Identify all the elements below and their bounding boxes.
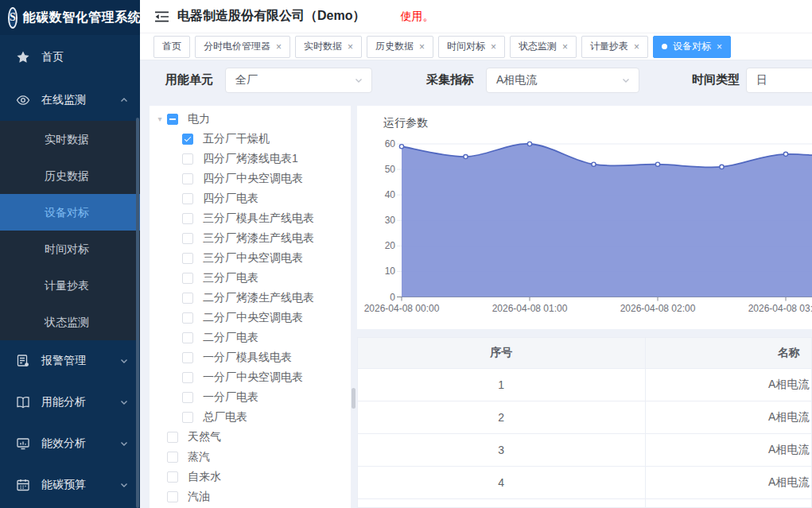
tree-node-label: 天然气 [188,430,221,444]
app-root: S 能碳数智化管理系统 首页在线监测实时数据历史数据设备对标时间对标计量抄表状态… [0,0,812,508]
chevron-down-icon [354,76,363,85]
sidebar-item-label: 首页 [41,50,64,64]
tree-checkbox[interactable] [167,471,178,483]
table-cell: A相电流 [645,434,812,467]
tree-node[interactable]: ▾二分厂电表 [150,328,351,347]
tree-node-label: 蒸汽 [188,450,210,464]
tab-close-icon[interactable]: × [419,42,425,52]
sidebar-item-label: 报警管理 [41,354,86,368]
tab-close-icon[interactable]: × [634,42,639,52]
tab-close-icon[interactable]: × [276,42,282,52]
data-point [720,165,724,169]
sidebar-subitem[interactable]: 实时数据 [0,121,140,157]
chevron-down-icon [119,397,129,407]
content-area: ▾电力▾五分厂干燥机▾四分厂烤漆线电表1▾四分厂中央空调电表▾四分厂电表▾三分厂… [140,99,812,508]
tab-item[interactable]: 状态监测× [510,36,577,58]
tree-node[interactable]: ▾一分厂电表 [150,387,351,407]
sidebar-subitem[interactable]: 历史数据 [0,157,140,194]
sidebar-scrollbar[interactable] [136,118,139,508]
tree-checkbox[interactable] [182,253,193,264]
tree-node[interactable]: ▾三分厂中央空调电表 [150,248,351,268]
tree-checkbox[interactable] [182,233,193,244]
tree-checkbox[interactable] [182,412,193,423]
tab-item[interactable]: 实时数据× [295,36,362,58]
tree-node[interactable]: ▾天然气 [150,427,351,447]
tree-checkbox[interactable] [182,392,193,403]
table-header-row: 序号名称 [358,338,812,369]
tree-checkbox[interactable] [182,213,193,224]
tab-item[interactable]: 时间对标× [438,36,505,58]
tree-node[interactable]: ▾四分厂电表 [150,188,351,208]
sidebar-collapse-icon[interactable] [154,10,169,23]
tree-checkbox[interactable] [182,173,193,184]
tree-node[interactable]: ▾三分厂电表 [150,268,351,288]
tree-checkbox[interactable] [167,491,178,502]
metric-select[interactable]: A相电流 [486,68,639,93]
sidebar-item[interactable]: 首页 [0,35,140,79]
sidebar-subitem[interactable]: 时间对标 [0,231,140,267]
tree-node[interactable]: ▾一分厂中央空调电表 [150,367,351,387]
tree-node[interactable]: ▾自来水 [150,467,351,487]
tree-node[interactable]: ▾三分厂烤漆生产线电表 [150,228,351,248]
tree-checkbox[interactable] [182,193,193,204]
tree-checkbox[interactable] [182,293,193,304]
tree-checkbox[interactable] [167,432,178,443]
sidebar-item[interactable]: 能碳预算 [0,464,140,506]
tree-checkbox[interactable] [182,312,193,324]
tab-close-icon[interactable]: × [491,42,496,52]
tab-active[interactable]: 设备对标× [653,36,731,58]
tab-item[interactable]: 分时电价管理器× [195,36,290,58]
logo-area: S 能碳数智化管理系统 [0,0,140,35]
sidebar-subitem[interactable]: 状态监测 [0,304,140,340]
sidebar-subitem[interactable]: 计量抄表 [0,267,140,304]
sidebar-subitem[interactable]: 设备对标 [0,194,140,231]
sidebar-item[interactable]: 报警管理 [0,340,140,382]
tree-node-label: 电力 [188,112,210,126]
timetype-select[interactable]: 日 [746,68,812,93]
tree-node[interactable]: ▾蒸汽 [150,447,351,467]
tree-checkbox[interactable] [167,452,178,463]
tree-checkbox[interactable] [182,332,193,343]
tree-node[interactable]: ▾电力 [150,109,351,129]
tree-node[interactable]: ▾二分厂中央空调电表 [150,308,351,328]
sidebar-item[interactable]: 用能分析 [0,382,140,423]
tree-node[interactable]: ▾汽油 [150,487,351,506]
tree-panel-scrollbar[interactable] [352,388,355,409]
tree-node-label: 三分厂中央空调电表 [203,251,303,266]
tab-label: 分时电价管理器 [204,40,270,53]
app-title: 能碳数智化管理系统 [23,10,140,26]
area-chart[interactable]: 01020304050602026-04-08 00:002026-04-08 … [357,106,812,329]
caret-icon[interactable]: ▾ [154,114,165,123]
tree-checkbox[interactable] [182,153,193,165]
tab-close-icon[interactable]: × [717,42,722,52]
sidebar-item[interactable]: 在线监测 [0,79,140,121]
tree-node[interactable]: ▾总厂电表 [150,407,351,427]
tab-close-icon[interactable]: × [562,42,568,52]
tree-checkbox[interactable] [182,134,193,145]
tree-node-label: 三分厂模具生产线电表 [203,211,314,226]
tab-item[interactable]: 首页 [153,36,190,58]
notice-text: 使用。 [400,10,433,24]
app-logo-icon: S [8,7,17,29]
tree-node[interactable]: ▾四分厂中央空调电表 [150,169,351,188]
tree-node[interactable]: ▾一分厂模具线电表 [150,347,351,367]
tree-checkbox[interactable] [182,352,193,363]
tree-node[interactable]: ▾五分厂干燥机 [150,129,351,149]
tab-item[interactable]: 计量抄表× [581,36,648,58]
tree-checkbox[interactable] [167,114,178,125]
tab-label: 状态监测 [519,40,557,53]
tree-node-label: 二分厂中央空调电表 [203,311,303,325]
tree-checkbox[interactable] [182,372,193,383]
tab-item[interactable]: 历史数据× [367,36,433,58]
table-cell: A相电流 [645,401,812,434]
tree-node[interactable]: ▾二分厂烤漆生产线电表 [150,288,351,308]
sidebar-item[interactable]: 能效分析 [0,423,140,464]
tree-node[interactable]: ▾四分厂烤漆线电表1 [150,149,351,169]
tab-close-icon[interactable]: × [348,42,353,52]
sidebar-item-label: 用能分析 [41,395,86,409]
data-table-panel: 序号名称1A相电流2A相电流3A相电流4A相电流5A相电流 [357,337,812,508]
tree-checkbox[interactable] [182,273,193,284]
unit-select[interactable]: 全厂 [225,68,372,93]
table-row: 1A相电流 [358,369,812,401]
tree-node[interactable]: ▾三分厂模具生产线电表 [150,208,351,228]
